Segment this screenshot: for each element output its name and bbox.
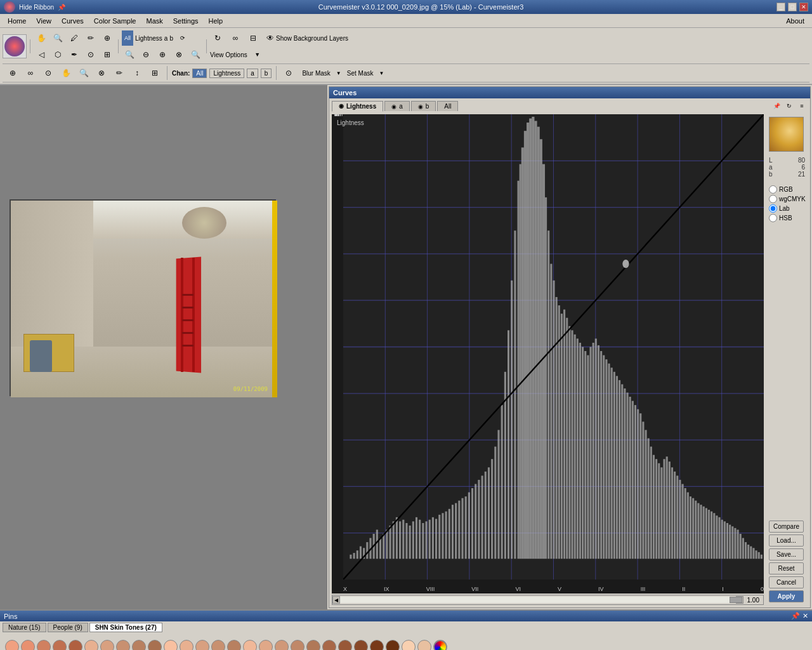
expand-tool[interactable]: ⊞ <box>100 47 115 62</box>
tool3-9[interactable]: ⊞ <box>147 65 162 81</box>
eyedropper-tool[interactable]: 🖊 <box>67 30 82 46</box>
save-btn[interactable]: Save... <box>769 548 804 560</box>
pin-item[interactable] <box>180 640 193 650</box>
tab-nature[interactable]: Nature (15) <box>3 623 46 632</box>
chan-lightness[interactable]: Lightness <box>209 69 244 78</box>
tab-shn[interactable]: SHN Skin Tones (27) <box>89 623 162 632</box>
pin-icon[interactable]: 📌 <box>58 4 65 11</box>
zoom-out-btn[interactable]: 🔍 <box>122 47 137 62</box>
minimize-btn[interactable]: _ <box>776 3 785 11</box>
view-rotate-btn[interactable]: ↻ <box>210 30 225 46</box>
graph-scrollbar[interactable]: ◀ ▶ 1.00 <box>332 595 764 605</box>
reset-btn[interactable]: Reset <box>769 562 804 574</box>
channel-cycle-btn[interactable]: ⟳ <box>175 30 190 46</box>
pin-item[interactable] <box>21 640 35 650</box>
maximize-btn[interactable]: □ <box>788 3 797 11</box>
pin-item[interactable] <box>132 640 146 650</box>
mode-wgcmyk[interactable]: wgCMYK <box>769 195 805 203</box>
chan-all[interactable]: All <box>192 69 207 78</box>
pin-item[interactable] <box>5 640 19 650</box>
pin-item[interactable] <box>259 640 273 650</box>
curve-canvas-wrapper[interactable]: Lightness 0 I II III IV V VI VII VIII IX… <box>332 114 764 594</box>
tab-a[interactable]: ◉ a <box>384 101 410 111</box>
menu-mask[interactable]: Mask <box>141 16 167 26</box>
menu-settings[interactable]: Settings <box>168 16 204 26</box>
curve-point[interactable] <box>622 260 629 268</box>
pin-item[interactable] <box>211 640 225 650</box>
pin-item[interactable] <box>37 640 51 650</box>
refresh-btn[interactable]: ↻ <box>783 100 795 112</box>
tool3-1[interactable]: ⊕ <box>5 65 20 81</box>
view-transform-btn[interactable]: ⊟ <box>246 30 261 46</box>
pin-item[interactable] <box>243 640 257 650</box>
settings-btn[interactable]: ≡ <box>796 100 808 112</box>
pin-item[interactable] <box>338 640 352 650</box>
edit-tool[interactable]: ✏ <box>83 30 98 46</box>
channel-all-btn[interactable]: All <box>122 30 133 46</box>
apply-btn[interactable]: Apply <box>769 590 804 602</box>
pin-item[interactable] <box>354 640 368 650</box>
rgb-radio[interactable] <box>769 185 777 194</box>
brush-tool[interactable]: ◁ <box>34 47 49 62</box>
pin-item[interactable] <box>306 640 320 650</box>
blur-mask-btn[interactable]: Blur Mask <box>299 65 333 81</box>
zoom-100-btn[interactable]: ⊗ <box>171 47 187 62</box>
canvas-area[interactable]: 09/11/2009 <box>0 85 327 609</box>
pin-special[interactable] <box>433 640 447 650</box>
pin-item[interactable] <box>116 640 130 650</box>
tab-b[interactable]: ◉ b <box>411 101 436 111</box>
tool3-3[interactable]: ⊙ <box>41 65 56 81</box>
wand-tool[interactable]: ⊕ <box>100 30 115 46</box>
pin-view-btn[interactable]: 📌 <box>771 100 782 112</box>
pin-item[interactable] <box>100 640 114 650</box>
tool3-6[interactable]: ⊗ <box>94 65 109 81</box>
pencil-tool[interactable]: ✒ <box>67 47 82 62</box>
mask-icon[interactable]: ⊙ <box>281 65 296 81</box>
pin-item[interactable] <box>227 640 241 650</box>
pin-item[interactable] <box>417 640 431 650</box>
tool3-2[interactable]: ∞ <box>23 65 38 81</box>
pin-item[interactable] <box>53 640 67 650</box>
tool3-4[interactable]: ✋ <box>58 65 74 81</box>
menu-color-sample[interactable]: Color Sample <box>89 16 141 26</box>
curve-svg[interactable] <box>343 114 764 580</box>
pin-item[interactable] <box>386 640 400 650</box>
view-options-arrow[interactable]: ▼ <box>250 47 265 62</box>
stamp-tool[interactable]: ⬡ <box>50 47 65 62</box>
tab-people[interactable]: People (9) <box>48 623 88 632</box>
tool3-7[interactable]: ✏ <box>112 65 127 81</box>
blur-mask-arrow[interactable]: ▼ <box>336 70 341 76</box>
mode-hsb[interactable]: HSB <box>769 214 805 222</box>
cancel-btn[interactable]: Cancel <box>769 576 804 588</box>
tab-lightness[interactable]: ◉ Lightness <box>332 101 383 112</box>
pin-panel-icon1[interactable]: 📌 <box>791 612 800 620</box>
close-btn[interactable]: ✕ <box>799 3 808 11</box>
menu-about[interactable]: About <box>781 16 809 26</box>
pin-item[interactable] <box>322 640 336 650</box>
show-background-btn[interactable]: 👁 Show Background Layers <box>263 30 351 46</box>
compare-btn[interactable]: Compare <box>769 521 804 533</box>
zoom-out-small-btn[interactable]: ⊖ <box>138 47 154 62</box>
tab-all[interactable]: All <box>437 101 458 111</box>
pin-item[interactable] <box>291 640 304 650</box>
menu-help[interactable]: Help <box>204 16 228 26</box>
pin-item[interactable] <box>148 640 162 650</box>
pin-item[interactable] <box>84 640 98 650</box>
zoom-fit-btn[interactable]: ⊕ <box>155 47 170 62</box>
hand-tool[interactable]: ✋ <box>34 30 49 46</box>
pin-item[interactable] <box>195 640 209 650</box>
menu-curves[interactable]: Curves <box>56 16 89 26</box>
set-mask-btn[interactable]: Set Mask <box>344 65 377 81</box>
chan-b[interactable]: b <box>261 69 272 78</box>
pin-item[interactable] <box>402 640 416 650</box>
menu-home[interactable]: Home <box>3 16 31 26</box>
hide-ribbon-btn[interactable]: Hide Ribbon <box>19 4 54 11</box>
zoom-tool[interactable]: 🔍 <box>50 30 65 46</box>
mode-rgb[interactable]: RGB <box>769 185 805 194</box>
view-flip-btn[interactable]: ∞ <box>228 30 243 46</box>
zoom-in-btn[interactable]: 🔍 <box>188 47 203 62</box>
wgcmyk-radio[interactable] <box>769 195 777 203</box>
tool3-5[interactable]: 🔍 <box>76 65 91 81</box>
hsb-radio[interactable] <box>769 214 777 222</box>
chan-a[interactable]: a <box>247 69 258 78</box>
